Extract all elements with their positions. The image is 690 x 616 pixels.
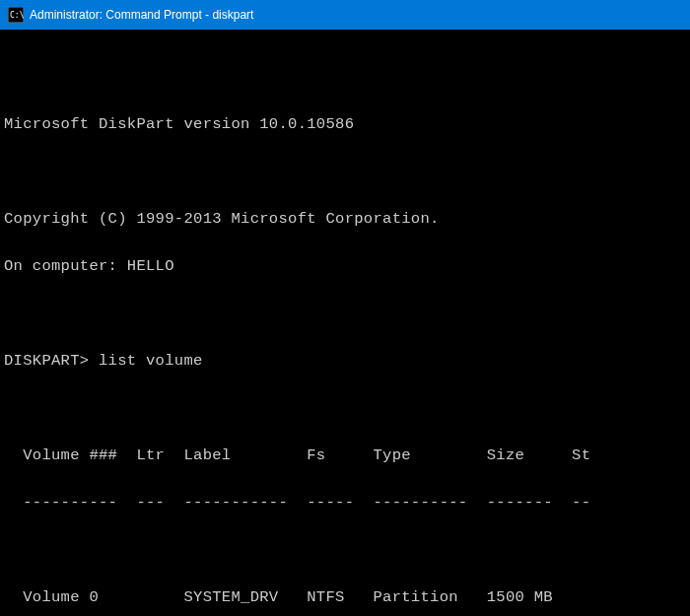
copyright-line: Copyright (C) 1999-2013 Microsoft Corpor… — [4, 207, 686, 231]
computer-line: On computer: HELLO — [4, 254, 686, 278]
table-row: Volume 0 SYSTEM_DRV NTFS Partition 1500 … — [4, 585, 686, 609]
blank-line — [4, 538, 686, 562]
svg-text:C:\: C:\ — [10, 11, 24, 20]
table-header: Volume ### Ltr Label Fs Type Size St — [4, 444, 686, 467]
window-titlebar[interactable]: C:\ Administrator: Command Prompt - disk… — [0, 0, 690, 30]
blank-line — [4, 302, 686, 325]
window-title: Administrator: Command Prompt - diskpart — [30, 8, 253, 22]
blank-line — [4, 160, 686, 183]
version-line: Microsoft DiskPart version 10.0.10586 — [4, 112, 686, 136]
blank-line — [4, 65, 686, 89]
prompt-list-volume: DISKPART> list volume — [4, 349, 686, 373]
terminal-output[interactable]: Microsoft DiskPart version 10.0.10586 Co… — [0, 30, 690, 616]
cmd-icon: C:\ — [8, 7, 24, 23]
table-divider: ---------- --- ----------- ----- -------… — [4, 491, 686, 514]
blank-line — [4, 396, 686, 420]
